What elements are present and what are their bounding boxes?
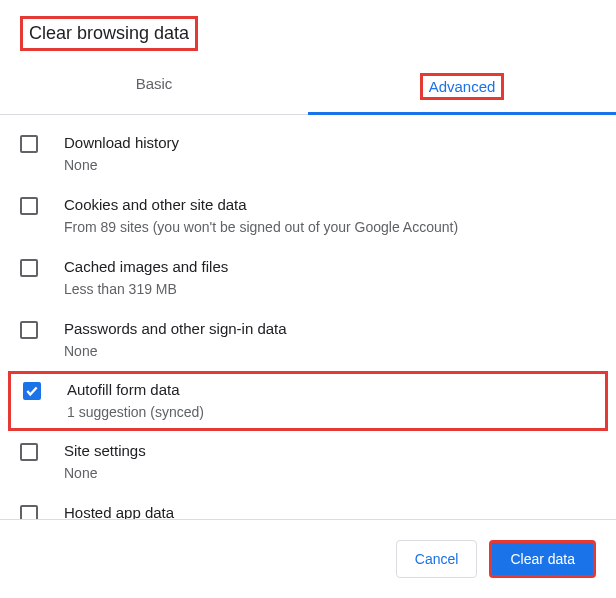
tab-advanced[interactable]: Advanced (308, 59, 616, 114)
option-title: Hosted app data (64, 503, 596, 519)
option-subtitle: 1 suggestion (synced) (67, 402, 593, 422)
options-list: Download history None Cookies and other … (0, 115, 616, 519)
option-subtitle: None (64, 155, 596, 175)
option-hosted-app: Hosted app data (0, 493, 616, 519)
option-passwords: Passwords and other sign-in data None (0, 309, 616, 371)
option-title: Site settings (64, 441, 596, 461)
checkbox-site-settings[interactable] (20, 443, 38, 461)
option-cached: Cached images and files Less than 319 MB (0, 247, 616, 309)
option-title: Autofill form data (67, 380, 593, 400)
option-site-settings: Site settings None (0, 431, 616, 493)
option-title: Cached images and files (64, 257, 596, 277)
checkbox-passwords[interactable] (20, 321, 38, 339)
checkbox-cached[interactable] (20, 259, 38, 277)
option-title: Download history (64, 133, 596, 153)
dialog-header: Clear browsing data (0, 0, 616, 59)
option-subtitle: None (64, 463, 596, 483)
cancel-button[interactable]: Cancel (396, 540, 478, 578)
tab-bar: Basic Advanced (0, 59, 616, 115)
option-title: Passwords and other sign-in data (64, 319, 596, 339)
option-cookies: Cookies and other site data From 89 site… (0, 185, 616, 247)
checkmark-icon (25, 384, 39, 398)
option-subtitle: Less than 319 MB (64, 279, 596, 299)
checkbox-hosted-app[interactable] (20, 505, 38, 519)
option-autofill-highlight: Autofill form data 1 suggestion (synced) (8, 371, 608, 431)
option-subtitle: None (64, 341, 596, 361)
option-download-history: Download history None (0, 123, 616, 185)
tab-basic-label: Basic (130, 73, 179, 94)
checkbox-cookies[interactable] (20, 197, 38, 215)
option-subtitle: From 89 sites (you won't be signed out o… (64, 217, 596, 237)
clear-browsing-data-dialog: Clear browsing data Basic Advanced Downl… (0, 0, 616, 598)
clear-data-button[interactable]: Clear data (489, 540, 596, 578)
dialog-footer: Cancel Clear data (0, 519, 616, 598)
checkbox-autofill[interactable] (23, 382, 41, 400)
checkbox-download-history[interactable] (20, 135, 38, 153)
tab-basic[interactable]: Basic (0, 59, 308, 114)
option-title: Cookies and other site data (64, 195, 596, 215)
dialog-title: Clear browsing data (20, 16, 198, 51)
tab-advanced-label: Advanced (420, 73, 505, 100)
